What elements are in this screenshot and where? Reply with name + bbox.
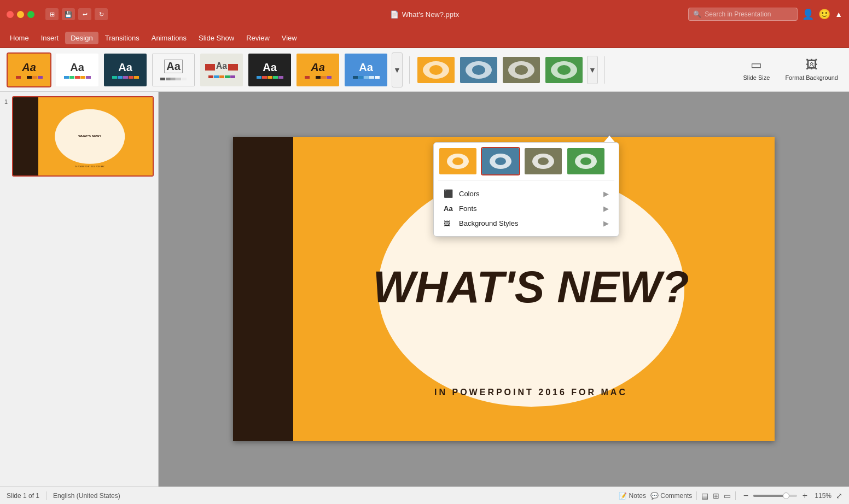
zoom-in-button[interactable]: + (799, 491, 810, 501)
dropdown-theme-4[interactable] (566, 147, 606, 175)
dropdown-theme-3[interactable] (524, 147, 563, 175)
menu-item-home[interactable]: Home (4, 32, 34, 44)
menu-item-view[interactable]: View (276, 32, 303, 44)
save-icon[interactable]: 💾 (62, 8, 75, 20)
notes-button[interactable]: 📝 Notes (619, 492, 646, 500)
menu-item-slideshow[interactable]: Slide Show (193, 32, 240, 44)
slide-subtitle: IN POWERPOINT 2016 FOR MAC (434, 388, 627, 397)
variant-4[interactable] (544, 56, 584, 84)
menu-item-insert[interactable]: Insert (36, 32, 65, 44)
dropdown-menu: ⬛ Colors ▶ Aa Fonts ▶ 🖼 Background Style… (433, 142, 619, 237)
menu-item-review[interactable]: Review (241, 32, 275, 44)
normal-view-icon[interactable]: ▤ (701, 491, 708, 500)
minimize-button[interactable] (17, 11, 24, 18)
dropdown-option-colors[interactable]: ⬛ Colors ▶ (438, 186, 614, 201)
variant-1[interactable] (416, 56, 456, 84)
dropdown-themes (438, 147, 614, 180)
status-separator-1 (46, 491, 46, 500)
status-separator-2 (696, 491, 697, 500)
fonts-icon: Aa (444, 204, 455, 213)
close-button[interactable] (7, 11, 14, 18)
reading-view-icon[interactable]: ▭ (724, 491, 731, 500)
language: English (United States) (53, 492, 120, 500)
ribbon-separator-2 (604, 56, 605, 84)
dropdown-options: ⬛ Colors ▶ Aa Fonts ▶ 🖼 Background Style… (438, 185, 614, 232)
fonts-chevron: ▶ (603, 204, 609, 213)
zoom-slider-fill (753, 495, 786, 497)
menu-item-transitions[interactable]: Transitions (100, 32, 145, 44)
background-chevron: ▶ (603, 219, 609, 227)
slide-panel: 1 WHAT'S NEW? IN POWERPOINT 2016 FOR MAC (0, 92, 159, 487)
slide-number: 1 (4, 96, 8, 105)
format-background-icon: 🖼 (806, 58, 818, 72)
status-bar-right: 📝 Notes 💬 Comments ▤ ⊞ ▭ − + 115% ⤢ (619, 491, 842, 501)
title-bar: ⊞ 💾 ↩ ↻ 📄 What's New?.pptx 🔍 👤 🙂 ▲ (0, 0, 849, 28)
fit-page-icon[interactable]: ⤢ (836, 491, 842, 500)
background-icon: 🖼 (444, 220, 455, 227)
slide-size-label: Slide Size (743, 74, 770, 81)
more-themes-button[interactable]: ▼ (392, 52, 403, 87)
grid-view-icon[interactable]: ⊞ (713, 491, 719, 500)
theme-item-7[interactable]: Aa (295, 52, 340, 87)
theme-item-5[interactable]: Aa (199, 52, 244, 87)
search-input[interactable] (705, 10, 793, 18)
colors-icon: ⬛ (444, 189, 455, 198)
theme-item-1[interactable]: Aa (7, 52, 51, 87)
account-icon[interactable]: 👤 (802, 8, 814, 20)
collapse-icon[interactable]: ▲ (835, 10, 842, 19)
dropdown-theme-2[interactable] (481, 147, 520, 175)
theme-item-2[interactable]: Aa (55, 52, 100, 87)
format-background-label: Format Background (785, 74, 838, 81)
zoom-slider-thumb[interactable] (783, 493, 789, 499)
theme-item-4[interactable]: Aa (151, 52, 196, 87)
format-background-button[interactable]: 🖼 Format Background (781, 56, 842, 83)
slide-info: Slide 1 of 1 (7, 492, 39, 500)
ribbon-separator (409, 56, 410, 84)
variant-3[interactable] (502, 56, 541, 84)
theme-item-3[interactable]: Aa (103, 52, 148, 87)
dropdown-arrow (604, 136, 615, 142)
theme-item-6[interactable]: Aa (247, 52, 292, 87)
slide-thumb-container: 1 WHAT'S NEW? IN POWERPOINT 2016 FOR MAC (4, 96, 154, 177)
dropdown-option-fonts[interactable]: Aa Fonts ▶ (438, 201, 614, 216)
search-icon: 🔍 (693, 10, 701, 18)
slide-size-icon: ▭ (751, 58, 762, 72)
toolbar-icons: ⊞ 💾 ↩ ↻ (45, 8, 108, 20)
more-variants-button[interactable]: ▼ (587, 56, 598, 84)
traffic-lights (7, 11, 34, 18)
search-box[interactable]: 🔍 (688, 8, 798, 21)
dropdown-theme-1[interactable] (438, 147, 478, 175)
slide-title: WHAT'S NEW? (353, 265, 709, 309)
window-title: What's New?.pptx (402, 10, 459, 19)
maximize-button[interactable] (27, 11, 34, 18)
dropdown-container: ⬛ Colors ▶ Aa Fonts ▶ 🖼 Background Style… (433, 136, 619, 237)
variants-section: ▼ (416, 56, 598, 84)
undo-icon[interactable]: ↩ (78, 8, 91, 20)
dropdown-option-background[interactable]: 🖼 Background Styles ▶ (438, 216, 614, 231)
variant-2[interactable] (459, 56, 498, 84)
zoom-slider[interactable] (753, 495, 797, 497)
redo-icon[interactable]: ↻ (95, 8, 108, 20)
window-icon[interactable]: ⊞ (45, 8, 59, 20)
status-separator-3 (735, 491, 736, 500)
canvas-area: WHAT'S NEW? IN POWERPOINT 2016 FOR MAC (159, 92, 849, 487)
ribbon-right: ▭ Slide Size 🖼 Format Background (738, 56, 842, 83)
zoom-out-button[interactable]: − (740, 491, 751, 501)
title-bar-right: 🔍 👤 🙂 ▲ (688, 8, 842, 21)
menu-bar: Home Insert Design Transitions Animation… (0, 28, 849, 48)
comments-button[interactable]: 💬 Comments (650, 492, 692, 500)
file-icon: 📄 (390, 10, 399, 19)
ribbon: Aa Aa Aa (0, 48, 849, 92)
theme-item-8[interactable]: Aa (344, 52, 388, 87)
main-area: 1 WHAT'S NEW? IN POWERPOINT 2016 FOR MAC… (0, 92, 849, 487)
fonts-label: Fonts (459, 204, 477, 213)
colors-label: Colors (459, 190, 480, 198)
zoom-control: − + (740, 491, 810, 501)
emoji-icon[interactable]: 🙂 (818, 8, 830, 20)
slide-thumbnail[interactable]: WHAT'S NEW? IN POWERPOINT 2016 FOR MAC (12, 96, 154, 177)
slide-size-button[interactable]: ▭ Slide Size (738, 56, 774, 83)
menu-item-animations[interactable]: Animations (146, 32, 192, 44)
thumb-subtitle: IN POWERPOINT 2016 FOR MAC (75, 166, 104, 168)
slide-left-bar (233, 137, 293, 441)
menu-item-design[interactable]: Design (65, 32, 98, 44)
